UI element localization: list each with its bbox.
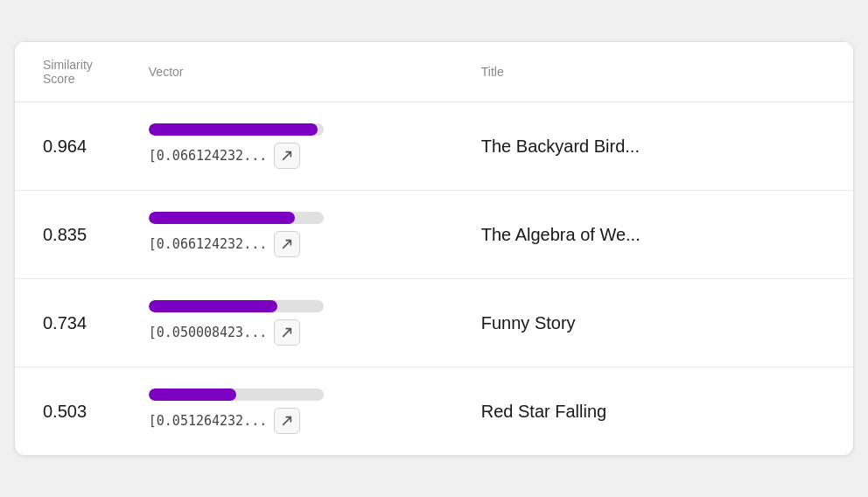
vector-text: [0.051264232... [149, 413, 267, 429]
vector-expand-button[interactable] [274, 143, 300, 169]
vector-row: [0.066124232... [149, 143, 425, 169]
title-cell: Red Star Falling [453, 368, 853, 456]
progress-container [149, 212, 425, 224]
progress-bar-wrapper [149, 123, 324, 136]
score-cell: 0.734 [15, 279, 121, 368]
table-row: 0.964[0.066124232... The Backyard Bird..… [15, 102, 853, 191]
col-header-title: Title [453, 42, 853, 102]
vector-expand-button[interactable] [274, 408, 300, 434]
vector-text: [0.066124232... [149, 236, 267, 252]
progress-bar-wrapper [149, 212, 324, 224]
vector-expand-button[interactable] [274, 319, 300, 346]
table-row: 0.734[0.050008423... Funny Story [15, 279, 853, 368]
table-header: Similarity Score Vector Title [15, 42, 853, 102]
progress-bar-fill [149, 212, 295, 224]
vector-row: [0.050008423... [149, 319, 425, 346]
score-cell: 0.835 [15, 191, 121, 279]
results-table: Similarity Score Vector Title 0.964[0.06… [15, 42, 853, 455]
col-header-vector: Vector [121, 42, 453, 102]
title-cell: The Backyard Bird... [453, 102, 853, 191]
table-body: 0.964[0.066124232... The Backyard Bird..… [15, 102, 853, 456]
vector-cell: [0.050008423... [121, 279, 453, 368]
vector-text: [0.066124232... [149, 148, 267, 164]
vector-text: [0.050008423... [149, 325, 267, 340]
vector-row: [0.051264232... [149, 408, 425, 434]
table-row: 0.503[0.051264232... Red Star Falling [15, 368, 853, 456]
col-header-similarity: Similarity Score [15, 42, 121, 102]
header-row: Similarity Score Vector Title [15, 42, 853, 102]
progress-bar-wrapper [149, 388, 324, 401]
vector-row: [0.066124232... [149, 231, 425, 257]
vector-cell: [0.066124232... [121, 102, 453, 191]
progress-bar-fill [149, 123, 318, 136]
vector-cell: [0.066124232... [121, 191, 453, 279]
progress-container [149, 300, 425, 312]
progress-container [149, 388, 425, 401]
progress-bar-wrapper [149, 300, 324, 312]
vector-cell: [0.051264232... [121, 368, 453, 456]
vector-expand-button[interactable] [274, 231, 300, 257]
progress-bar-fill [149, 300, 277, 312]
progress-container [149, 123, 425, 136]
score-cell: 0.503 [15, 368, 121, 456]
score-cell: 0.964 [15, 102, 121, 191]
results-card: Similarity Score Vector Title 0.964[0.06… [14, 41, 854, 456]
title-cell: The Algebra of We... [453, 191, 853, 279]
table-row: 0.835[0.066124232... The Algebra of We..… [15, 191, 853, 279]
progress-bar-fill [149, 388, 237, 401]
title-cell: Funny Story [453, 279, 853, 368]
